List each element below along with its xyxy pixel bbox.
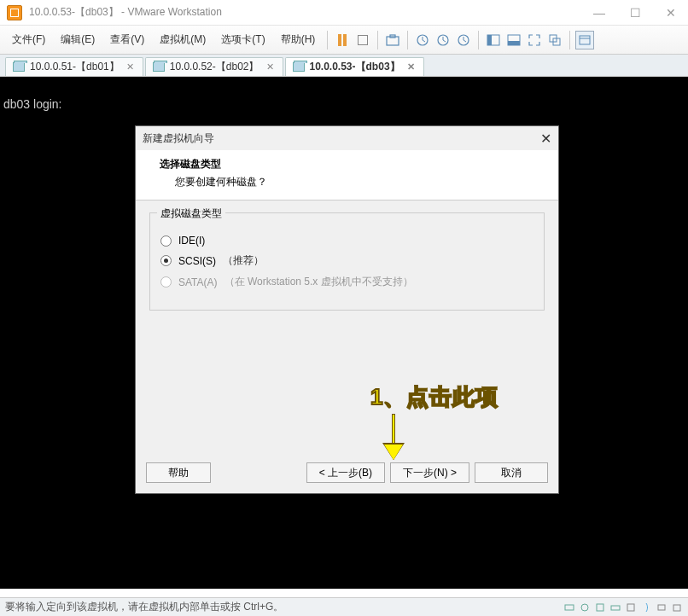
- dialog-header-title: 选择磁盘类型: [160, 157, 545, 171]
- svg-rect-15: [597, 604, 603, 611]
- cancel-button[interactable]: 取消: [475, 462, 548, 483]
- menubar: 文件(F) 编辑(E) 查看(V) 虚拟机(M) 选项卡(T) 帮助(H): [0, 26, 688, 55]
- svg-rect-18: [658, 605, 665, 610]
- vm-icon: [153, 62, 165, 72]
- status-text: 要将输入定向到该虚拟机，请在虚拟机内部单击或按 Ctrl+G。: [5, 600, 283, 614]
- menu-view[interactable]: 查看(V): [103, 29, 151, 50]
- device-icon[interactable]: [609, 601, 621, 613]
- svg-rect-19: [673, 605, 680, 611]
- app-icon: [7, 5, 22, 20]
- radio-icon: [160, 276, 172, 288]
- help-button[interactable]: 帮助: [146, 462, 211, 483]
- device-icon[interactable]: [579, 601, 591, 613]
- tab-close-icon[interactable]: ✕: [265, 61, 276, 73]
- radio-sata: SATA(A) （在 Workstation 5.x 虚拟机中不受支持）: [160, 275, 533, 289]
- menu-tabs[interactable]: 选项卡(T): [214, 29, 271, 50]
- tab-db03[interactable]: 10.0.0.53-【db03】 ✕: [285, 57, 424, 76]
- dialog-header-subtitle: 您要创建何种磁盘？: [160, 175, 545, 189]
- separator: [478, 31, 479, 49]
- layout1-icon[interactable]: [484, 31, 503, 49]
- pause-button[interactable]: [333, 31, 352, 49]
- device-icon[interactable]: [563, 601, 575, 613]
- radio-icon: [160, 235, 172, 247]
- dialog-footer: 帮助 < 上一步(B) 下一步(N) > 取消: [146, 462, 548, 483]
- vm-icon: [293, 62, 305, 72]
- annotation-text: 1、点击此项: [370, 382, 499, 412]
- tab-db01[interactable]: 10.0.0.51-【db01】 ✕: [5, 57, 143, 76]
- clock3-icon[interactable]: [454, 31, 473, 49]
- radio-ide[interactable]: IDE(I): [160, 235, 533, 247]
- tab-label: 10.0.0.53-【db03】: [310, 60, 400, 74]
- layout2-icon[interactable]: [504, 31, 523, 49]
- annotation-arrow-icon: [386, 414, 403, 462]
- tab-close-icon[interactable]: ✕: [125, 61, 136, 73]
- dialog-body: 虚拟磁盘类型 IDE(I) SCSI(S) （推荐） SATA(A) （在 Wo…: [136, 200, 558, 323]
- back-button[interactable]: < 上一步(B): [306, 462, 385, 483]
- radio-hint: （在 Workstation 5.x 虚拟机中不受支持）: [224, 275, 413, 289]
- tab-close-icon[interactable]: ✕: [405, 61, 417, 73]
- maximize-button[interactable]: ☐: [625, 6, 645, 20]
- menu-file[interactable]: 文件(F): [5, 29, 52, 50]
- svg-rect-6: [487, 35, 492, 45]
- window-title: 10.0.0.53-【db03】 - VMware Workstation: [29, 5, 589, 20]
- console-output: db03 login:: [3, 97, 685, 111]
- stop-button[interactable]: [353, 31, 372, 49]
- radio-label: SCSI(S): [178, 255, 216, 267]
- next-button[interactable]: 下一步(N) >: [390, 462, 469, 483]
- snapshot-take-icon[interactable]: [383, 31, 402, 49]
- radio-hint: （推荐）: [223, 253, 264, 268]
- dialog-titlebar: 新建虚拟机向导 ✕: [136, 126, 558, 150]
- radio-scsi[interactable]: SCSI(S) （推荐）: [160, 253, 533, 268]
- device-icon[interactable]: [671, 601, 683, 613]
- svg-rect-13: [565, 605, 574, 610]
- fullscreen-icon[interactable]: [525, 31, 544, 49]
- vm-icon: [13, 62, 25, 72]
- separator: [327, 31, 328, 49]
- device-icon[interactable]: [625, 601, 637, 613]
- device-icon[interactable]: [594, 601, 606, 613]
- tab-db02[interactable]: 10.0.0.52-【db02】 ✕: [145, 57, 283, 76]
- disk-type-group: 虚拟磁盘类型 IDE(I) SCSI(S) （推荐） SATA(A) （在 Wo…: [149, 212, 545, 311]
- svg-rect-16: [611, 606, 620, 610]
- clock1-icon[interactable]: [413, 31, 432, 49]
- dialog-close-button[interactable]: ✕: [540, 131, 551, 147]
- separator: [569, 31, 570, 49]
- tab-bar: 10.0.0.51-【db01】 ✕ 10.0.0.52-【db02】 ✕ 10…: [0, 55, 688, 77]
- radio-label: IDE(I): [178, 235, 205, 247]
- dialog-header: 选择磁盘类型 您要创建何种磁盘？: [136, 150, 558, 200]
- thumbnail-view-icon[interactable]: [575, 31, 594, 49]
- tab-label: 10.0.0.51-【db01】: [30, 60, 120, 74]
- close-button[interactable]: ✕: [661, 6, 681, 20]
- dialog-title: 新建虚拟机向导: [143, 131, 214, 146]
- group-label: 虚拟磁盘类型: [157, 206, 225, 221]
- new-vm-wizard-dialog: 新建虚拟机向导 ✕ 选择磁盘类型 您要创建何种磁盘？ 虚拟磁盘类型 IDE(I)…: [135, 125, 559, 494]
- tab-label: 10.0.0.52-【db02】: [170, 60, 259, 74]
- radio-icon: [160, 255, 172, 266]
- menu-help[interactable]: 帮助(H): [274, 29, 323, 50]
- device-icon[interactable]: [656, 601, 668, 613]
- status-bar: 要将输入定向到该虚拟机，请在虚拟机内部单击或按 Ctrl+G。: [0, 597, 688, 616]
- minimize-button[interactable]: —: [589, 6, 609, 20]
- window-titlebar: 10.0.0.53-【db03】 - VMware Workstation — …: [0, 0, 688, 26]
- svg-rect-8: [508, 41, 520, 45]
- svg-rect-17: [627, 604, 634, 611]
- separator: [407, 31, 408, 49]
- svg-rect-11: [580, 36, 590, 44]
- radio-label: SATA(A): [178, 276, 218, 288]
- menu-vm[interactable]: 虚拟机(M): [153, 29, 213, 50]
- menu-edit[interactable]: 编辑(E): [54, 29, 102, 50]
- device-icon[interactable]: [640, 601, 652, 613]
- unity-icon[interactable]: [545, 31, 564, 49]
- separator: [377, 31, 378, 49]
- status-icons: [563, 601, 683, 613]
- svg-point-14: [581, 604, 588, 611]
- clock2-icon[interactable]: [434, 31, 452, 49]
